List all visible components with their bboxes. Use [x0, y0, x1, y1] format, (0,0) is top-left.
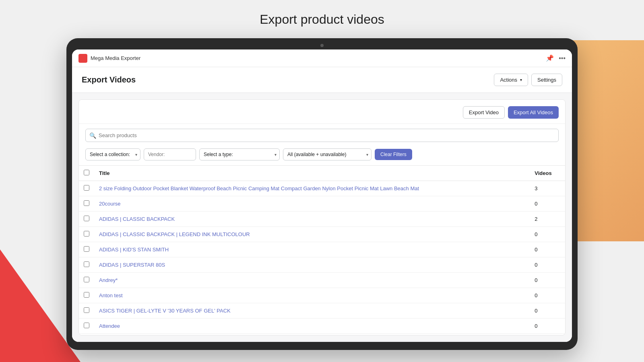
- row-checkbox-cell: [79, 196, 94, 212]
- row-checkbox-cell: [79, 212, 94, 227]
- app-logo: [78, 54, 87, 63]
- collection-filter[interactable]: Select a collection:: [85, 148, 140, 160]
- row-videos-cell: 2: [530, 212, 565, 227]
- row-title-cell: Andrey*: [94, 273, 530, 288]
- row-checkbox-4[interactable]: [84, 246, 89, 252]
- row-title-cell: ASICS TIGER | GEL-LYTE V '30 YEARS OF GE…: [94, 303, 530, 319]
- product-link-4[interactable]: ADIDAS | KID'S STAN SMITH: [99, 247, 169, 253]
- table-body: 2 size Folding Outdoor Pocket Blanket Wa…: [79, 181, 565, 334]
- product-link-9[interactable]: Attendee: [99, 323, 120, 329]
- row-videos-cell: 0: [530, 319, 565, 334]
- row-title-cell: Attendee: [94, 319, 530, 334]
- row-title-cell: 2 size Folding Outdoor Pocket Blanket Wa…: [94, 181, 530, 196]
- row-checkbox-1[interactable]: [84, 200, 89, 206]
- row-checkbox-8[interactable]: [84, 307, 89, 313]
- row-videos-cell: 0: [530, 273, 565, 288]
- export-video-button[interactable]: Export Video: [463, 106, 505, 119]
- row-videos-cell: 0: [530, 242, 565, 257]
- row-checkbox-3[interactable]: [84, 231, 89, 237]
- product-link-7[interactable]: Anton test: [99, 292, 123, 298]
- row-videos-cell: 0: [530, 196, 565, 212]
- tablet-frame: Mega Media Exporter 📌 ••• Export Videos …: [66, 38, 578, 350]
- page-header: Export Videos Actions ▾ Settings: [72, 67, 572, 93]
- table-row: 20course 0: [79, 196, 565, 212]
- select-all-checkbox[interactable]: [84, 170, 89, 175]
- page-header-title: Export Videos: [82, 75, 136, 84]
- type-filter[interactable]: Select a type:: [199, 148, 280, 160]
- app-header: Mega Media Exporter 📌 •••: [72, 49, 572, 67]
- table-header-videos: Videos: [530, 166, 565, 181]
- row-videos-cell: 0: [530, 227, 565, 242]
- settings-button[interactable]: Settings: [531, 74, 562, 86]
- row-videos-cell: 0: [530, 303, 565, 319]
- row-title-cell: 20course: [94, 196, 530, 212]
- search-icon: 🔍: [89, 132, 96, 139]
- pin-icon[interactable]: 📌: [546, 54, 554, 62]
- table-row: ADIDAS | CLASSIC BACKPACK 2: [79, 212, 565, 227]
- row-checkbox-2[interactable]: [84, 216, 89, 221]
- type-filter-wrapper: Select a type:: [199, 148, 280, 160]
- row-checkbox-cell: [79, 319, 94, 334]
- product-link-0[interactable]: 2 size Folding Outdoor Pocket Blanket Wa…: [99, 185, 419, 191]
- app-header-icons: 📌 •••: [546, 54, 566, 62]
- row-checkbox-cell: [79, 288, 94, 303]
- row-checkbox-7[interactable]: [84, 292, 89, 298]
- row-checkbox-9[interactable]: [84, 323, 89, 328]
- table-header-title: Title: [94, 166, 530, 181]
- page-title-area: Export product videos: [0, 12, 644, 27]
- main-content: Export Videos Actions ▾ Settings Export …: [72, 67, 572, 342]
- search-input-wrapper: 🔍: [85, 129, 559, 142]
- content-panel-header: Export Video Export All Videos: [79, 100, 565, 124]
- availability-filter-wrapper: All (available + unavailable): [283, 148, 372, 160]
- more-options-icon[interactable]: •••: [559, 55, 566, 62]
- row-checkbox-cell: [79, 227, 94, 242]
- table-row: ADIDAS | SUPERSTAR 80S 0: [79, 257, 565, 273]
- export-all-videos-button[interactable]: Export All Videos: [508, 106, 559, 119]
- product-link-6[interactable]: Andrey*: [99, 277, 118, 283]
- filters-area: Select a collection: Select a type: All …: [79, 145, 565, 165]
- products-table: Title Videos 2 size Folding Outdoor Pock…: [79, 165, 565, 334]
- table-row: ADIDAS | CLASSIC BACKPACK | LEGEND INK M…: [79, 227, 565, 242]
- row-checkbox-6[interactable]: [84, 277, 89, 282]
- row-title-cell: Anton test: [94, 288, 530, 303]
- row-videos-cell: 3: [530, 181, 565, 196]
- table-row: Andrey* 0: [79, 273, 565, 288]
- product-link-5[interactable]: ADIDAS | SUPERSTAR 80S: [99, 262, 165, 268]
- product-link-1[interactable]: 20course: [99, 201, 120, 207]
- table-row: 2 size Folding Outdoor Pocket Blanket Wa…: [79, 181, 565, 196]
- row-checkbox-cell: [79, 181, 94, 196]
- table-row: ASICS TIGER | GEL-LYTE V '30 YEARS OF GE…: [79, 303, 565, 319]
- content-panel: Export Video Export All Videos 🔍 Select …: [78, 99, 566, 335]
- row-videos-cell: 0: [530, 288, 565, 303]
- product-link-3[interactable]: ADIDAS | CLASSIC BACKPACK | LEGEND INK M…: [99, 231, 250, 237]
- tablet-screen: Mega Media Exporter 📌 ••• Export Videos …: [72, 49, 572, 342]
- row-checkbox-cell: [79, 273, 94, 288]
- row-checkbox-0[interactable]: [84, 185, 89, 191]
- tablet-camera: [320, 44, 324, 47]
- row-checkbox-5[interactable]: [84, 261, 89, 267]
- page-title: Export product videos: [0, 12, 644, 27]
- search-input[interactable]: [85, 129, 559, 142]
- table-row: Attendee 0: [79, 319, 565, 334]
- table-row: Anton test 0: [79, 288, 565, 303]
- row-checkbox-cell: [79, 242, 94, 257]
- row-title-cell: ADIDAS | CLASSIC BACKPACK: [94, 212, 530, 227]
- row-videos-cell: 0: [530, 257, 565, 273]
- clear-filters-button[interactable]: Clear Filters: [375, 149, 412, 160]
- product-link-2[interactable]: ADIDAS | CLASSIC BACKPACK: [99, 216, 175, 222]
- actions-button[interactable]: Actions ▾: [494, 74, 528, 86]
- app-name-label: Mega Media Exporter: [91, 55, 546, 61]
- page-header-actions: Actions ▾ Settings: [494, 74, 562, 86]
- row-checkbox-cell: [79, 257, 94, 273]
- table-header-checkbox-cell: [79, 166, 94, 181]
- search-area: 🔍: [79, 124, 565, 145]
- availability-filter[interactable]: All (available + unavailable): [283, 148, 372, 160]
- row-checkbox-cell: [79, 303, 94, 319]
- vendor-filter-input[interactable]: [144, 148, 196, 160]
- product-link-8[interactable]: ASICS TIGER | GEL-LYTE V '30 YEARS OF GE…: [99, 308, 231, 314]
- table-row: ADIDAS | KID'S STAN SMITH 0: [79, 242, 565, 257]
- row-title-cell: ADIDAS | SUPERSTAR 80S: [94, 257, 530, 273]
- actions-chevron-icon: ▾: [520, 78, 522, 82]
- row-title-cell: ADIDAS | KID'S STAN SMITH: [94, 242, 530, 257]
- collection-filter-wrapper: Select a collection:: [85, 148, 140, 160]
